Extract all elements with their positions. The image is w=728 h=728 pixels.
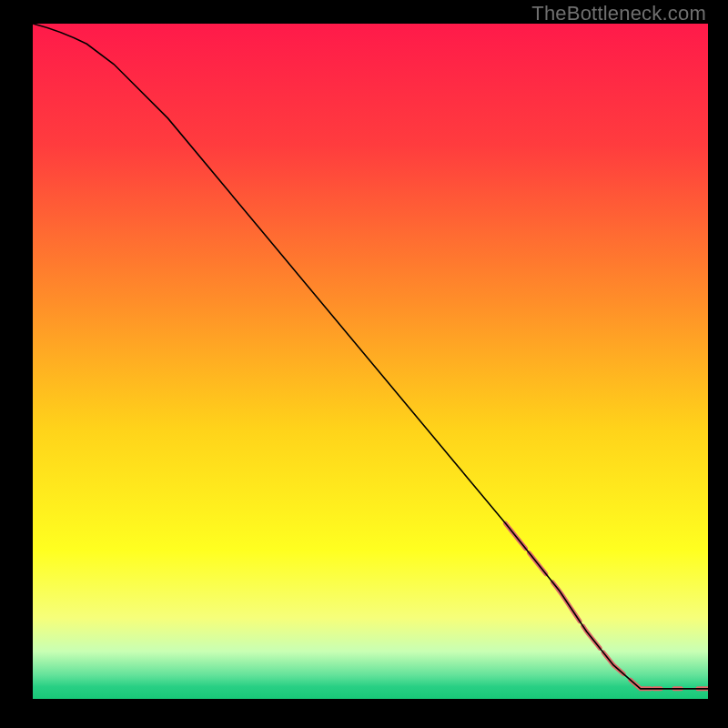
chart-stage: TheBottleneck.com [0, 0, 728, 728]
plot-area [33, 24, 708, 699]
chart-svg [33, 24, 708, 699]
watermark-text: TheBottleneck.com [531, 2, 706, 25]
bottleneck-curve [33, 24, 708, 689]
highlight-segment [631, 680, 651, 689]
highlight-segments [505, 523, 708, 689]
